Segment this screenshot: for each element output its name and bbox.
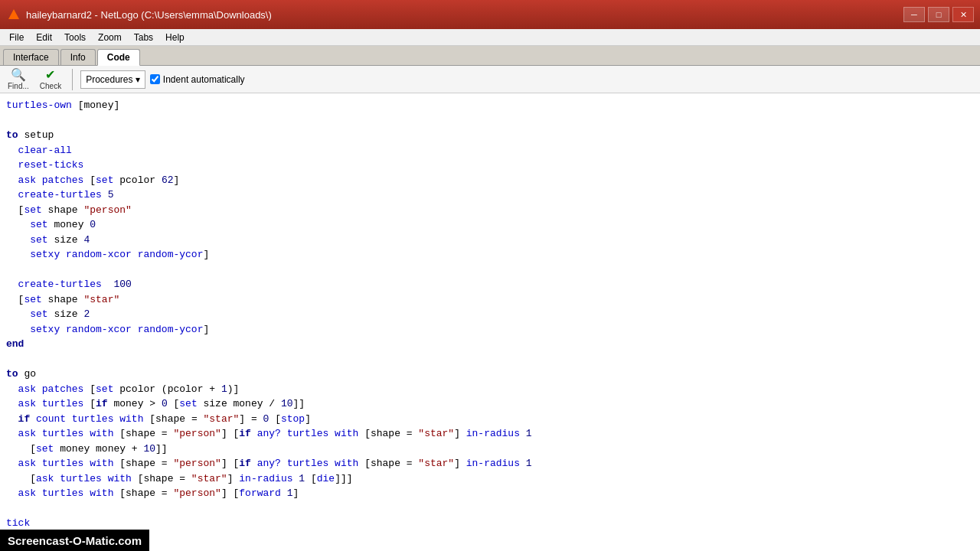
- check-icon: ✔: [45, 68, 55, 82]
- title-bar-left: haileybarnard2 - NetLogo (C:\Users\emma\…: [6, 7, 272, 22]
- toolbar-separator: [72, 69, 73, 90]
- tab-bar: Interface Info Code: [0, 46, 980, 66]
- find-button[interactable]: 🔍 Find...: [5, 67, 32, 92]
- title-text: haileybarnard2 - NetLogo (C:\Users\emma\…: [26, 9, 272, 21]
- title-bar: haileybarnard2 - NetLogo (C:\Users\emma\…: [0, 0, 980, 29]
- search-icon: 🔍: [11, 68, 26, 82]
- code-editor[interactable]: turtles-own [money] to setup clear-all r…: [0, 93, 980, 530]
- menu-tabs[interactable]: Tabs: [128, 31, 159, 44]
- minimize-button[interactable]: ─: [903, 7, 925, 22]
- maximize-button[interactable]: □: [928, 7, 949, 22]
- indent-checkbox[interactable]: [150, 74, 160, 84]
- procedures-dropdown[interactable]: Procedures ▾: [80, 70, 145, 89]
- menu-bar: File Edit Tools Zoom Tabs Help: [0, 29, 980, 46]
- svg-marker-0: [8, 9, 19, 19]
- toolbar: 🔍 Find... ✔ Check Procedures ▾ Indent au…: [0, 66, 980, 93]
- menu-edit[interactable]: Edit: [30, 31, 58, 44]
- menu-help[interactable]: Help: [159, 31, 191, 44]
- menu-zoom[interactable]: Zoom: [92, 31, 128, 44]
- window-controls: ─ □ ✕: [903, 7, 974, 22]
- close-button[interactable]: ✕: [952, 7, 974, 22]
- indent-label: Indent automatically: [163, 74, 245, 85]
- tab-interface[interactable]: Interface: [3, 49, 59, 65]
- menu-tools[interactable]: Tools: [58, 31, 92, 44]
- watermark: Screencast-O-Matic.com: [0, 530, 149, 551]
- tab-info[interactable]: Info: [60, 49, 96, 65]
- app-icon: [6, 7, 21, 22]
- tab-code[interactable]: Code: [97, 49, 140, 66]
- menu-file[interactable]: File: [3, 31, 30, 44]
- indent-checkbox-area: Indent automatically: [150, 74, 245, 85]
- check-button[interactable]: ✔ Check: [37, 67, 64, 92]
